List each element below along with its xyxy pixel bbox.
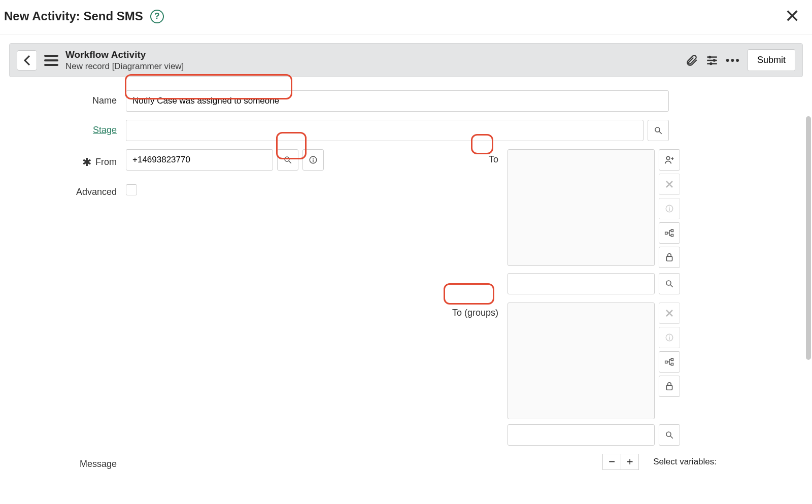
- search-icon: [283, 155, 292, 164]
- svg-point-21: [669, 335, 670, 337]
- svg-line-6: [289, 161, 291, 163]
- to-search-input[interactable]: [507, 273, 655, 294]
- tree-icon: [664, 357, 674, 366]
- svg-rect-16: [671, 234, 673, 237]
- name-input[interactable]: [126, 90, 669, 112]
- to-add-me-button[interactable]: [659, 149, 680, 171]
- to-search-button[interactable]: [659, 273, 680, 294]
- settings-icon[interactable]: [705, 54, 719, 67]
- to-remove-button[interactable]: [659, 174, 680, 195]
- record-title: Workflow Activity: [65, 49, 184, 61]
- to-groups-label: To (groups): [406, 303, 507, 318]
- svg-rect-14: [665, 232, 667, 234]
- select-variables-label: Select variables:: [653, 454, 717, 467]
- to-lock-button[interactable]: [659, 247, 680, 268]
- to-label: To: [406, 149, 507, 165]
- required-icon: ✱: [82, 157, 91, 168]
- info-icon: [665, 204, 674, 213]
- to-groups-search-input[interactable]: [507, 424, 655, 446]
- svg-rect-9: [313, 159, 314, 162]
- stage-label[interactable]: Stage: [9, 120, 126, 141]
- to-info-button[interactable]: [659, 198, 680, 219]
- svg-rect-25: [671, 363, 673, 365]
- search-icon: [654, 126, 663, 135]
- person-plus-icon: [664, 155, 674, 164]
- dialog-title: New Activity: Send SMS: [4, 9, 143, 23]
- svg-point-0: [708, 55, 711, 58]
- lock-icon: [665, 382, 673, 391]
- message-zoom-controls: − +: [602, 454, 639, 470]
- svg-rect-22: [669, 337, 670, 340]
- dialog-header: New Activity: Send SMS ? ✕: [0, 0, 812, 35]
- search-icon: [665, 279, 674, 288]
- svg-point-5: [285, 157, 289, 161]
- stage-lookup-button[interactable]: [648, 120, 669, 141]
- svg-point-1: [713, 59, 715, 61]
- record-toolbar: Workflow Activity New record [Diagrammer…: [9, 43, 803, 77]
- back-button[interactable]: [17, 50, 37, 71]
- svg-point-27: [666, 432, 671, 436]
- to-groups-lock-button[interactable]: [659, 376, 680, 397]
- advanced-checkbox[interactable]: [126, 184, 137, 195]
- chevron-left-icon: [23, 55, 30, 66]
- to-tree-button[interactable]: [659, 222, 680, 244]
- svg-line-4: [659, 131, 662, 134]
- record-titles: Workflow Activity New record [Diagrammer…: [65, 49, 184, 72]
- svg-rect-13: [669, 208, 670, 211]
- close-icon[interactable]: ✕: [782, 7, 803, 25]
- svg-point-8: [313, 158, 314, 159]
- svg-point-10: [666, 156, 670, 160]
- close-icon: [665, 180, 673, 188]
- svg-rect-15: [671, 229, 673, 231]
- search-icon: [665, 430, 674, 440]
- attachment-icon[interactable]: [685, 54, 698, 67]
- stage-input[interactable]: [126, 120, 644, 141]
- svg-point-2: [709, 62, 712, 64]
- svg-rect-26: [666, 385, 672, 390]
- form: Name Stage ✱ From: [9, 77, 803, 470]
- svg-point-18: [666, 281, 671, 285]
- to-groups-remove-button[interactable]: [659, 303, 680, 324]
- close-icon: [665, 309, 673, 317]
- help-icon[interactable]: ?: [150, 10, 164, 23]
- from-lookup-button[interactable]: [277, 149, 298, 171]
- message-plus-button[interactable]: +: [621, 454, 639, 470]
- lock-icon: [665, 253, 673, 262]
- to-groups-info-button[interactable]: [659, 327, 680, 348]
- message-label: Message: [9, 454, 126, 469]
- svg-line-28: [670, 436, 673, 439]
- menu-button[interactable]: [44, 55, 58, 66]
- to-groups-tree-button[interactable]: [659, 351, 680, 373]
- record-subtitle: New record [Diagrammer view]: [65, 61, 184, 72]
- svg-rect-23: [665, 361, 667, 363]
- from-info-button[interactable]: [302, 149, 324, 171]
- name-label: Name: [9, 90, 126, 112]
- svg-rect-24: [671, 358, 673, 360]
- message-minus-button[interactable]: −: [602, 454, 621, 470]
- info-icon: [665, 333, 674, 342]
- from-label: ✱ From: [9, 152, 126, 168]
- info-icon: [309, 155, 318, 164]
- submit-button[interactable]: Submit: [748, 49, 795, 71]
- svg-line-19: [670, 285, 673, 287]
- from-input[interactable]: [126, 149, 273, 171]
- dialog-body: Workflow Activity New record [Diagrammer…: [0, 35, 812, 504]
- to-groups-listbox[interactable]: [507, 303, 655, 419]
- svg-point-3: [655, 127, 660, 132]
- svg-point-12: [669, 207, 670, 208]
- to-listbox[interactable]: [507, 149, 655, 266]
- advanced-label: Advanced: [9, 182, 126, 197]
- scrollbar[interactable]: [806, 116, 811, 360]
- to-groups-search-button[interactable]: [659, 424, 680, 446]
- tree-icon: [664, 228, 674, 238]
- svg-rect-17: [666, 256, 672, 261]
- more-icon[interactable]: •••: [726, 54, 740, 67]
